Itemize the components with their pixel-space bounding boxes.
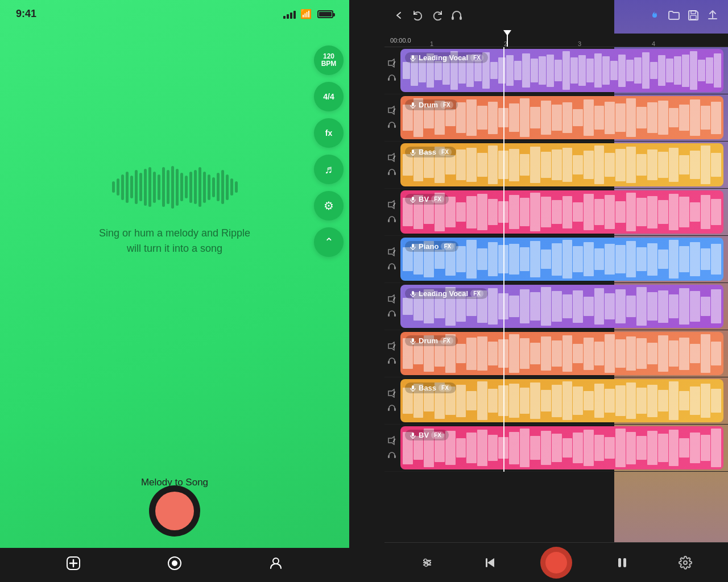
svg-rect-9 xyxy=(690,15,696,19)
track-content-vocal1[interactable]: Leading Vocal FX xyxy=(400,49,723,92)
mute-button-2[interactable] xyxy=(386,104,398,117)
mid-toolbar xyxy=(349,0,384,582)
track-controls-5 xyxy=(384,243,399,275)
headphones-button-4[interactable] xyxy=(386,213,398,226)
svg-point-76 xyxy=(424,559,427,562)
track-name-bass1: Bass xyxy=(419,148,436,156)
fx-button[interactable]: fx xyxy=(314,118,344,148)
svg-rect-82 xyxy=(623,558,626,567)
mute-button-7[interactable] xyxy=(386,340,398,352)
svg-rect-47 xyxy=(388,314,390,317)
track-name-piano1: Piano xyxy=(419,242,439,251)
track-content-bv1[interactable]: BV FX xyxy=(400,190,723,234)
mute-button-3[interactable] xyxy=(386,151,398,164)
track-label-bv2: BV FX xyxy=(405,430,449,440)
svg-marker-38 xyxy=(388,248,394,256)
headphones-button-7[interactable] xyxy=(386,355,398,367)
track-name-bass2: Bass xyxy=(419,384,436,392)
mute-button-8[interactable] xyxy=(386,387,398,400)
signal-bars-icon xyxy=(283,10,296,19)
track-controls-7 xyxy=(384,338,399,369)
mic-icon xyxy=(410,243,416,250)
add-nav-button[interactable] xyxy=(66,556,81,574)
table-row: Bass FX xyxy=(384,377,728,425)
svg-rect-56 xyxy=(412,338,414,342)
mixer-button[interactable] xyxy=(415,550,440,575)
record-nav-button[interactable] xyxy=(167,556,182,574)
pause-button[interactable] xyxy=(610,550,635,575)
folder-button[interactable] xyxy=(668,9,680,24)
undo-button[interactable] xyxy=(412,9,424,24)
tracks-area[interactable]: Leading Vocal FX xyxy=(384,47,728,542)
time-signature-button[interactable]: 4/4 xyxy=(314,82,344,111)
mute-button-1[interactable] xyxy=(386,57,398,69)
track-content-drum2[interactable]: Drum FX xyxy=(400,332,723,375)
headphones-button-3[interactable] xyxy=(386,166,398,178)
tune-button[interactable]: ♬ xyxy=(314,155,344,184)
headphones-button-6[interactable] xyxy=(386,307,398,320)
track-name-vocal1: Leading Vocal xyxy=(419,53,468,62)
headphones-button-8[interactable] xyxy=(386,402,398,414)
headphones-button[interactable] xyxy=(450,9,463,24)
track-label-bv1: BV FX xyxy=(405,194,449,205)
svg-rect-81 xyxy=(618,558,621,567)
track-name-bv2: BV xyxy=(419,431,429,439)
fire-button[interactable] xyxy=(648,9,661,24)
wifi-icon: 📶 xyxy=(300,9,312,19)
mic-icon xyxy=(410,290,416,297)
mute-button-4[interactable] xyxy=(386,198,398,211)
svg-rect-13 xyxy=(394,78,396,81)
track-label-vocal1: Leading Vocal FX xyxy=(405,52,488,63)
svg-marker-66 xyxy=(388,436,394,444)
track-content-bv2[interactable]: BV FX xyxy=(400,426,723,469)
svg-rect-12 xyxy=(388,78,390,81)
mic-icon xyxy=(410,432,416,439)
left-panel-toolbar: 120BPM 4/4 fx ♬ ⚙ ⌃ xyxy=(314,45,349,257)
svg-rect-26 xyxy=(388,172,390,175)
svg-rect-55 xyxy=(394,361,396,364)
svg-rect-68 xyxy=(388,455,390,458)
track-content-drum1[interactable]: Drum FX xyxy=(400,96,723,139)
headphones-button-2[interactable] xyxy=(386,119,398,131)
fx-badge-piano1: FX xyxy=(441,243,454,250)
svg-rect-63 xyxy=(412,385,414,389)
track-label-bass1: Bass FX xyxy=(405,147,456,157)
back-button[interactable] xyxy=(394,10,405,24)
skip-back-button[interactable] xyxy=(478,550,503,575)
mute-button-5[interactable] xyxy=(386,246,398,258)
svg-rect-14 xyxy=(412,55,414,59)
svg-marker-17 xyxy=(388,106,394,114)
headphones-button-1[interactable] xyxy=(386,72,398,84)
track-controls-4 xyxy=(384,196,399,228)
svg-marker-59 xyxy=(388,389,394,397)
mute-button-6[interactable] xyxy=(386,293,398,305)
daw-record-button[interactable] xyxy=(540,547,572,579)
export-button[interactable] xyxy=(706,9,719,24)
track-content-vocal2[interactable]: Leading Vocal FX xyxy=(400,285,723,328)
track-content-bass1[interactable]: Bass FX xyxy=(400,143,723,186)
track-label-vocal2: Leading Vocal FX xyxy=(405,288,488,299)
track-content-bass2[interactable]: Bass FX xyxy=(400,379,723,422)
daw-panel: 00:00.0 1 2 3 4 xyxy=(384,0,728,582)
headphones-button-5[interactable] xyxy=(386,260,398,273)
svg-rect-35 xyxy=(412,197,414,201)
svg-rect-42 xyxy=(412,244,414,248)
headphones-button-9[interactable] xyxy=(386,449,398,462)
collapse-button[interactable]: ⌃ xyxy=(314,227,344,257)
daw-settings-button[interactable] xyxy=(673,550,698,575)
track-label-bass2: Bass FX xyxy=(405,383,456,393)
ruler-mark-4: 4 xyxy=(652,40,655,47)
ruler-mark-3: 3 xyxy=(578,40,581,47)
svg-rect-54 xyxy=(388,361,390,364)
track-content-piano1[interactable]: Piano FX xyxy=(400,238,723,281)
svg-rect-8 xyxy=(691,11,696,14)
settings-button[interactable]: ⚙ xyxy=(314,191,344,221)
fx-badge-vocal1: FX xyxy=(470,54,483,61)
profile-nav-button[interactable] xyxy=(268,556,283,574)
fx-badge-bv1: FX xyxy=(431,196,444,203)
bpm-button[interactable]: 120BPM xyxy=(314,45,344,75)
save-button[interactable] xyxy=(687,9,700,24)
record-button[interactable] xyxy=(149,485,200,537)
redo-button[interactable] xyxy=(431,9,444,24)
mute-button-9[interactable] xyxy=(386,434,398,447)
